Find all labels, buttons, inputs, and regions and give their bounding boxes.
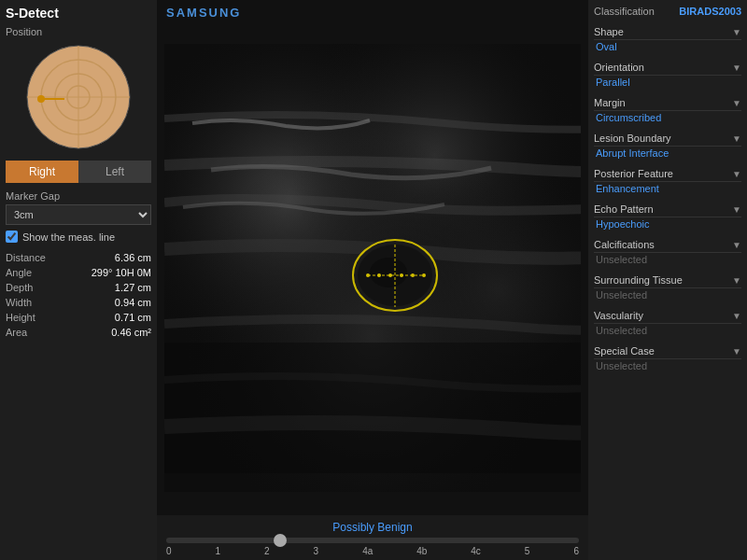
classify-label-8[interactable]: Vascularity▼ bbox=[594, 308, 741, 324]
marker-gap-select[interactable]: 3cm 1cm 5cm bbox=[6, 204, 151, 225]
area-label: Area bbox=[6, 325, 63, 340]
height-row: Height 0.71 cm bbox=[6, 310, 151, 325]
scale-label-4b: 4b bbox=[416, 546, 427, 556]
left-button[interactable]: Left bbox=[78, 161, 151, 183]
show-meas-line-container: Show the meas. line bbox=[6, 231, 151, 243]
measurements-table: Distance 6.36 cm Angle 299° 10H 0M Depth… bbox=[6, 250, 151, 340]
svg-point-7 bbox=[37, 95, 45, 103]
classify-value-8: Unselected bbox=[594, 324, 741, 339]
classify-label-4[interactable]: Posterior Feature▼ bbox=[594, 166, 741, 182]
scale-label-0: 0 bbox=[166, 546, 172, 556]
scale-bar: Possibly Benign 0 1 2 3 4a 4b 4c 5 6 bbox=[157, 515, 588, 560]
classify-label-text-6: Calcifications bbox=[594, 239, 655, 250]
scale-thumb bbox=[274, 534, 287, 547]
classify-label-0[interactable]: Shape▼ bbox=[594, 24, 741, 40]
position-diagram bbox=[22, 41, 134, 153]
classify-dropdown-arrow-4: ▼ bbox=[732, 169, 741, 179]
right-button[interactable]: Right bbox=[6, 161, 78, 183]
classify-value-7: Unselected bbox=[594, 288, 741, 303]
svg-point-16 bbox=[370, 258, 407, 287]
classify-value-2: Circumscribed bbox=[594, 111, 741, 126]
angle-label: Angle bbox=[6, 265, 63, 280]
classify-value-3: Abrupt Interface bbox=[594, 147, 741, 161]
depth-value: 1.27 cm bbox=[63, 280, 151, 295]
ultrasound-svg bbox=[164, 44, 581, 492]
classify-dropdown-arrow-8: ▼ bbox=[732, 311, 741, 321]
classify-label-5[interactable]: Echo Pattern▼ bbox=[594, 202, 741, 217]
classify-label-7[interactable]: Surrounding Tissue▼ bbox=[594, 273, 741, 288]
classification-title: Classification bbox=[594, 6, 655, 17]
width-label: Width bbox=[6, 295, 63, 310]
scale-label-2: 2 bbox=[264, 546, 270, 556]
classify-item-0: Shape▼Oval bbox=[594, 24, 741, 55]
classify-label-9[interactable]: Special Case▼ bbox=[594, 343, 741, 359]
svg-rect-13 bbox=[164, 343, 581, 473]
left-panel: S-Detect Position Right Left Marker Gap … bbox=[0, 0, 157, 560]
area-row: Area 0.46 cm² bbox=[6, 325, 151, 340]
classify-dropdown-arrow-0: ▼ bbox=[732, 27, 741, 37]
classify-label-text-2: Margin bbox=[594, 97, 626, 108]
classify-value-6: Unselected bbox=[594, 253, 741, 268]
classify-item-6: Calcifications▼Unselected bbox=[594, 237, 741, 268]
classify-item-4: Posterior Feature▼Enhancement bbox=[594, 166, 741, 197]
samsung-logo: SAMSUNG bbox=[157, 0, 250, 25]
distance-row: Distance 6.36 cm bbox=[6, 250, 151, 265]
classify-dropdown-arrow-9: ▼ bbox=[732, 346, 741, 357]
classify-value-4: Enhancement bbox=[594, 182, 741, 197]
classify-label-6[interactable]: Calcifications▼ bbox=[594, 237, 741, 253]
side-buttons: Right Left bbox=[6, 161, 151, 183]
position-circle-container bbox=[6, 41, 151, 153]
classify-label-text-9: Special Case bbox=[594, 345, 655, 357]
height-value: 0.71 cm bbox=[63, 310, 151, 325]
classify-value-5: Hypoechoic bbox=[594, 217, 741, 232]
scale-label-4a: 4a bbox=[362, 546, 373, 556]
area-value: 0.46 cm² bbox=[63, 325, 151, 340]
classify-label-2[interactable]: Margin▼ bbox=[594, 95, 741, 111]
classify-items: Shape▼OvalOrientation▼ParallelMargin▼Cir… bbox=[594, 24, 741, 379]
classify-dropdown-arrow-5: ▼ bbox=[732, 204, 741, 215]
classify-item-3: Lesion Boundary▼Abrupt Interface bbox=[594, 131, 741, 161]
position-label: Position bbox=[6, 26, 151, 37]
classify-label-1[interactable]: Orientation▼ bbox=[594, 60, 741, 76]
depth-row: Depth 1.27 cm bbox=[6, 280, 151, 295]
scale-label-4c: 4c bbox=[471, 546, 481, 556]
classify-value-1: Parallel bbox=[594, 76, 741, 91]
scale-label-5: 5 bbox=[525, 546, 530, 556]
scale-labels: 0 1 2 3 4a 4b 4c 5 6 bbox=[166, 546, 579, 556]
right-panel: Classification BIRADS2003 Shape▼OvalOrie… bbox=[588, 0, 747, 560]
classify-label-text-4: Posterior Feature bbox=[594, 168, 673, 179]
center-panel: SAMSUNG bbox=[157, 0, 588, 560]
classify-item-1: Orientation▼Parallel bbox=[594, 60, 741, 91]
distance-value: 6.36 cm bbox=[63, 250, 151, 265]
classify-label-text-7: Surrounding Tissue bbox=[594, 274, 683, 286]
classify-value-0: Oval bbox=[594, 40, 741, 55]
classify-dropdown-arrow-2: ▼ bbox=[732, 98, 741, 108]
classify-dropdown-arrow-6: ▼ bbox=[732, 240, 741, 250]
classify-label-3[interactable]: Lesion Boundary▼ bbox=[594, 131, 741, 147]
classification-header: Classification BIRADS2003 bbox=[594, 6, 741, 17]
classify-item-9: Special Case▼Unselected bbox=[594, 343, 741, 374]
result-label: Possibly Benign bbox=[332, 521, 412, 534]
distance-label: Distance bbox=[6, 250, 63, 265]
scale-track[interactable] bbox=[166, 538, 579, 543]
show-meas-line-checkbox[interactable] bbox=[6, 231, 18, 243]
width-row: Width 0.94 cm bbox=[6, 295, 151, 310]
birads-value: BIRADS2003 bbox=[679, 6, 741, 17]
classify-label-text-3: Lesion Boundary bbox=[594, 133, 671, 144]
angle-row: Angle 299° 10H 0M bbox=[6, 265, 151, 280]
app-title: S-Detect bbox=[6, 6, 151, 21]
depth-label: Depth bbox=[6, 280, 63, 295]
classify-value-9: Unselected bbox=[594, 359, 741, 374]
classify-label-text-1: Orientation bbox=[594, 62, 644, 73]
classify-label-text-5: Echo Pattern bbox=[594, 203, 654, 215]
classify-item-7: Surrounding Tissue▼Unselected bbox=[594, 273, 741, 303]
classify-item-8: Vascularity▼Unselected bbox=[594, 308, 741, 339]
scale-label-1: 1 bbox=[216, 546, 221, 556]
show-meas-line-label: Show the meas. line bbox=[22, 231, 115, 243]
scale-label-3: 3 bbox=[314, 546, 319, 556]
classify-dropdown-arrow-7: ▼ bbox=[732, 275, 741, 286]
angle-value: 299° 10H 0M bbox=[63, 265, 151, 280]
classify-label-text-0: Shape bbox=[594, 26, 624, 37]
classify-label-text-8: Vascularity bbox=[594, 310, 643, 321]
classify-item-2: Margin▼Circumscribed bbox=[594, 95, 741, 126]
